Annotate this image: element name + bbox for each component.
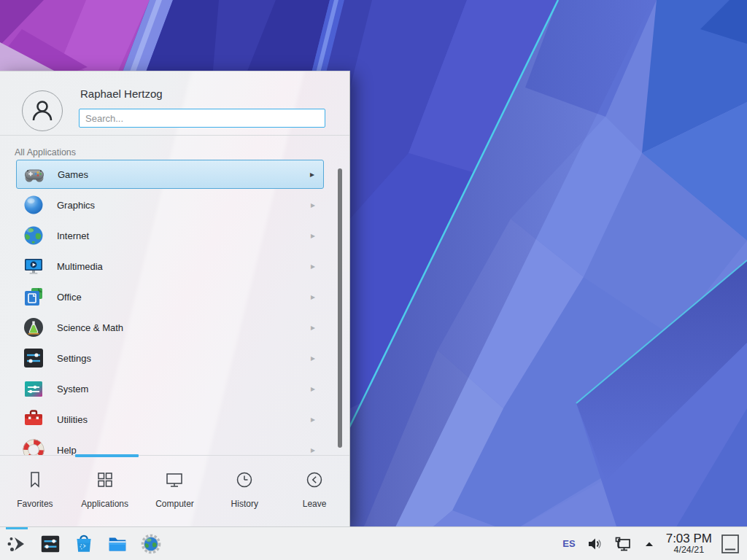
network-icon[interactable] bbox=[614, 534, 632, 553]
category-internet[interactable]: Internet ▸ bbox=[16, 221, 324, 250]
submenu-arrow-icon: ▸ bbox=[311, 414, 315, 424]
clock-time: 7:03 PM bbox=[666, 532, 712, 545]
tab-label: Computer bbox=[155, 499, 194, 509]
tab-label: Favorites bbox=[17, 499, 53, 509]
keyboard-layout-indicator[interactable]: ES bbox=[562, 538, 575, 549]
tab-label: History bbox=[231, 499, 258, 509]
konqueror-globe-icon bbox=[140, 533, 162, 555]
user-name: Raphael Hertzog bbox=[80, 88, 163, 100]
category-label: Office bbox=[57, 292, 311, 303]
tab-favorites[interactable]: Favorites bbox=[0, 456, 70, 526]
folder-icon bbox=[107, 533, 128, 555]
tab-history[interactable]: History bbox=[209, 456, 279, 526]
submenu-arrow-icon: ▸ bbox=[311, 200, 315, 210]
tab-label: Applications bbox=[81, 499, 128, 509]
launcher-header: Raphael Hertzog bbox=[0, 71, 349, 136]
kde-launcher-icon bbox=[6, 533, 28, 555]
system-sliders-icon bbox=[22, 377, 45, 400]
submenu-arrow-icon: ▸ bbox=[311, 353, 315, 363]
section-label: All Applications bbox=[15, 147, 76, 158]
submenu-arrow-icon: ▸ bbox=[311, 230, 315, 241]
category-label: Graphics bbox=[57, 200, 311, 211]
category-system[interactable]: System ▸ bbox=[16, 374, 324, 403]
tab-leave[interactable]: Leave bbox=[279, 456, 349, 526]
category-label: Science & Math bbox=[57, 322, 311, 333]
taskbar: ES 7:03 PM 4/24/21 bbox=[0, 526, 747, 560]
volume-icon[interactable] bbox=[586, 535, 603, 553]
taskbar-app-icons bbox=[0, 527, 168, 560]
web-browser-button[interactable] bbox=[134, 527, 168, 560]
search-input[interactable] bbox=[79, 109, 325, 128]
globe-icon bbox=[22, 224, 45, 247]
category-utilities[interactable]: Utilities ▸ bbox=[16, 405, 324, 434]
application-launcher-panel: Raphael Hertzog All Applications Games bbox=[0, 71, 350, 526]
grid-icon bbox=[95, 470, 115, 490]
tab-applications[interactable]: Applications bbox=[70, 456, 140, 526]
history-clock-icon bbox=[234, 470, 255, 490]
system-tray: ES 7:03 PM 4/24/21 bbox=[562, 527, 747, 560]
category-label: System bbox=[57, 384, 311, 394]
user-avatar[interactable] bbox=[22, 90, 63, 131]
category-office[interactable]: Office ▸ bbox=[16, 282, 324, 311]
active-indicator bbox=[6, 527, 28, 529]
clock-date: 4/24/21 bbox=[673, 545, 704, 555]
category-label: Internet bbox=[57, 230, 311, 241]
leave-icon bbox=[304, 470, 325, 490]
show-desktop-icon bbox=[721, 534, 740, 554]
scrollbar[interactable] bbox=[338, 168, 342, 448]
bookmark-icon bbox=[25, 470, 45, 490]
active-tab-indicator bbox=[75, 454, 139, 457]
system-settings-icon bbox=[39, 533, 61, 555]
digital-clock[interactable]: 7:03 PM 4/24/21 bbox=[666, 532, 712, 555]
submenu-arrow-icon: ▸ bbox=[311, 322, 315, 332]
media-monitor-icon bbox=[22, 254, 45, 278]
tab-computer[interactable]: Computer bbox=[140, 456, 210, 526]
flask-icon bbox=[22, 316, 45, 339]
category-label: Utilities bbox=[57, 414, 311, 425]
category-settings[interactable]: Settings ▸ bbox=[16, 343, 324, 373]
category-graphics[interactable]: Graphics ▸ bbox=[16, 190, 324, 219]
file-manager-button[interactable] bbox=[101, 527, 134, 560]
category-help[interactable]: Help ▸ bbox=[16, 435, 324, 456]
category-label: Settings bbox=[57, 353, 311, 364]
show-desktop-button[interactable] bbox=[721, 534, 740, 554]
application-launcher-button[interactable] bbox=[0, 527, 34, 560]
discover-button[interactable] bbox=[67, 527, 101, 560]
submenu-arrow-icon: ▸ bbox=[310, 169, 314, 179]
category-science-math[interactable]: Science & Math ▸ bbox=[16, 313, 324, 342]
user-icon bbox=[28, 96, 57, 125]
tab-label: Leave bbox=[303, 499, 327, 509]
document-icon bbox=[22, 285, 45, 308]
submenu-arrow-icon: ▸ bbox=[311, 384, 315, 394]
sliders-icon bbox=[22, 346, 45, 370]
sphere-icon bbox=[22, 193, 45, 217]
toolbox-icon bbox=[22, 408, 45, 431]
launcher-tabbar: Favorites Applications Computer bbox=[0, 455, 349, 526]
tray-expander-caret-icon[interactable] bbox=[643, 537, 656, 551]
submenu-arrow-icon: ▸ bbox=[311, 292, 315, 302]
gamepad-icon bbox=[23, 163, 46, 186]
category-label: Multimedia bbox=[57, 261, 311, 272]
monitor-icon bbox=[164, 470, 185, 490]
lifebuoy-icon bbox=[22, 438, 45, 456]
category-games[interactable]: Games ▸ bbox=[16, 160, 324, 189]
category-label: Games bbox=[58, 169, 310, 180]
submenu-arrow-icon: ▸ bbox=[311, 261, 315, 271]
discover-bag-icon bbox=[73, 533, 95, 555]
submenu-arrow-icon: ▸ bbox=[311, 445, 315, 455]
category-list: Games ▸ Graphics ▸ bbox=[0, 160, 349, 456]
system-settings-button[interactable] bbox=[34, 527, 67, 560]
category-multimedia[interactable]: Multimedia ▸ bbox=[16, 252, 324, 281]
